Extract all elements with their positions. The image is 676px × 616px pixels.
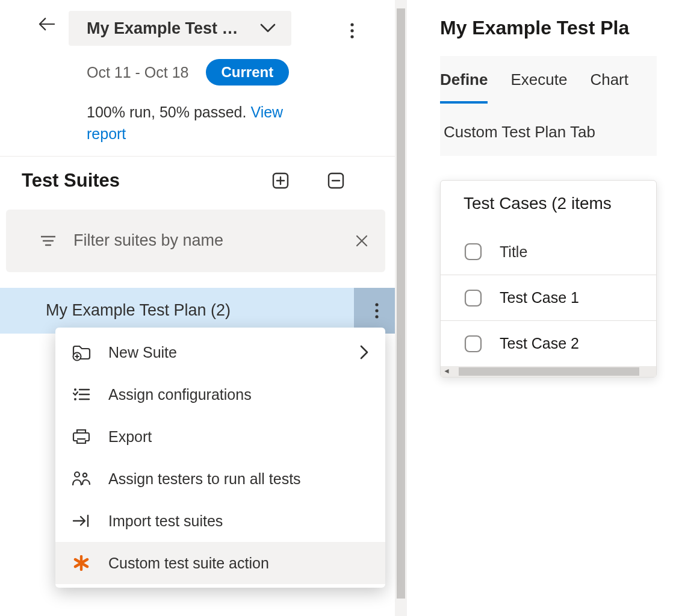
menu-item-label: Import test suites xyxy=(108,512,368,530)
row-checkbox[interactable] xyxy=(464,334,483,353)
vertical-dots-icon xyxy=(350,23,354,39)
iteration-meta: Oct 11 - Oct 18 Current 100% run, 50% pa… xyxy=(0,46,400,145)
menu-assign-configurations[interactable]: Assign configurations xyxy=(55,373,385,415)
people-icon xyxy=(71,468,91,489)
more-actions-button[interactable] xyxy=(343,22,361,40)
iteration-dates: Oct 11 - Oct 18 xyxy=(87,64,189,81)
table-header-row: Title xyxy=(441,229,656,275)
close-icon xyxy=(355,234,368,247)
svg-point-9 xyxy=(74,388,76,391)
suite-context-menu: New Suite Assign configuration xyxy=(55,328,385,588)
svg-point-12 xyxy=(83,473,87,477)
test-cases-heading: Test Cases (2 items xyxy=(441,194,656,229)
svg-point-5 xyxy=(375,303,378,306)
scroll-left-icon[interactable]: ◄ xyxy=(443,367,450,375)
expand-all-icon xyxy=(272,172,289,189)
vertical-dots-icon xyxy=(375,303,379,319)
menu-new-suite[interactable]: New Suite xyxy=(55,331,385,373)
checkbox-icon xyxy=(464,288,483,308)
test-plan-dropdown[interactable]: My Example Test … xyxy=(69,11,291,46)
checkbox-icon xyxy=(464,242,483,261)
tab-define[interactable]: Define xyxy=(440,70,488,104)
expand-all-button[interactable] xyxy=(267,167,294,194)
menu-custom-suite-action[interactable]: Custom test suite action xyxy=(55,542,385,584)
table-row[interactable]: Test Case 2 xyxy=(441,320,656,366)
menu-item-label: New Suite xyxy=(108,344,355,361)
tab-strip: Define Execute Chart xyxy=(440,56,657,120)
folder-add-icon xyxy=(71,342,91,362)
svg-point-0 xyxy=(350,23,353,26)
menu-item-label: Custom test suite action xyxy=(108,555,368,572)
svg-rect-15 xyxy=(465,336,481,352)
svg-point-11 xyxy=(75,472,79,477)
filter-icon xyxy=(41,235,55,246)
menu-item-label: Assign configurations xyxy=(108,386,368,403)
menu-item-label: Assign testers to run all tests xyxy=(108,470,368,488)
test-suites-heading: Test Suites xyxy=(22,170,267,191)
checklist-icon xyxy=(71,384,91,405)
menu-item-label: Export xyxy=(108,428,368,446)
print-icon xyxy=(71,426,91,447)
select-all-checkbox[interactable] xyxy=(464,242,483,261)
svg-rect-14 xyxy=(465,290,481,306)
menu-export[interactable]: Export xyxy=(55,415,385,458)
chevron-right-icon xyxy=(360,345,368,359)
right-panel: My Example Test Pla Define Execute Chart… xyxy=(400,0,676,616)
arrow-left-icon xyxy=(39,17,55,31)
svg-point-7 xyxy=(375,315,378,318)
suite-row-label: My Example Test Plan (2) xyxy=(46,301,354,320)
test-plan-name: My Example Test … xyxy=(87,19,238,38)
clear-filter-button[interactable] xyxy=(355,234,368,247)
asterisk-icon xyxy=(71,553,91,573)
filter-suites-box[interactable] xyxy=(6,210,385,272)
current-iteration-badge: Current xyxy=(206,59,290,86)
test-case-title: Test Case 1 xyxy=(500,289,579,306)
tab-execute[interactable]: Execute xyxy=(510,70,567,104)
page-title: My Example Test Pla xyxy=(440,17,676,39)
left-panel: My Example Test … Oct 11 - Oct 18 Curren… xyxy=(0,0,400,616)
menu-import-suites[interactable]: Import test suites xyxy=(55,500,385,542)
svg-rect-13 xyxy=(465,244,481,260)
tab-chart[interactable]: Chart xyxy=(590,70,628,104)
collapse-all-button[interactable] xyxy=(323,167,349,194)
run-stats-text: 100% run, 50% passed. xyxy=(87,104,250,120)
svg-point-1 xyxy=(350,29,353,32)
svg-point-2 xyxy=(350,35,353,38)
svg-point-10 xyxy=(74,398,76,400)
row-checkbox[interactable] xyxy=(464,288,483,308)
filter-suites-input[interactable] xyxy=(72,231,355,250)
test-case-title: Test Case 2 xyxy=(500,335,579,352)
custom-tab-label[interactable]: Custom Test Plan Tab xyxy=(440,120,657,156)
import-icon xyxy=(71,511,91,531)
svg-point-6 xyxy=(375,309,378,312)
checkbox-icon xyxy=(464,334,483,353)
table-row[interactable]: Test Case 1 xyxy=(441,275,656,320)
column-header-title[interactable]: Title xyxy=(500,243,527,261)
chevron-down-icon xyxy=(260,23,276,33)
run-stats: 100% run, 50% passed. View report xyxy=(87,86,284,145)
scrollbar-thumb[interactable] xyxy=(459,367,639,376)
collapse-all-icon xyxy=(327,172,344,189)
back-button[interactable] xyxy=(39,16,55,33)
menu-assign-testers[interactable]: Assign testers to run all tests xyxy=(55,458,385,500)
test-cases-card: Test Cases (2 items Title Test Case 1 xyxy=(440,180,657,378)
suite-row-selected[interactable]: My Example Test Plan (2) xyxy=(0,288,400,334)
suite-row-more-button[interactable] xyxy=(354,288,400,334)
card-horizontal-scrollbar[interactable]: ◄ xyxy=(441,366,656,377)
